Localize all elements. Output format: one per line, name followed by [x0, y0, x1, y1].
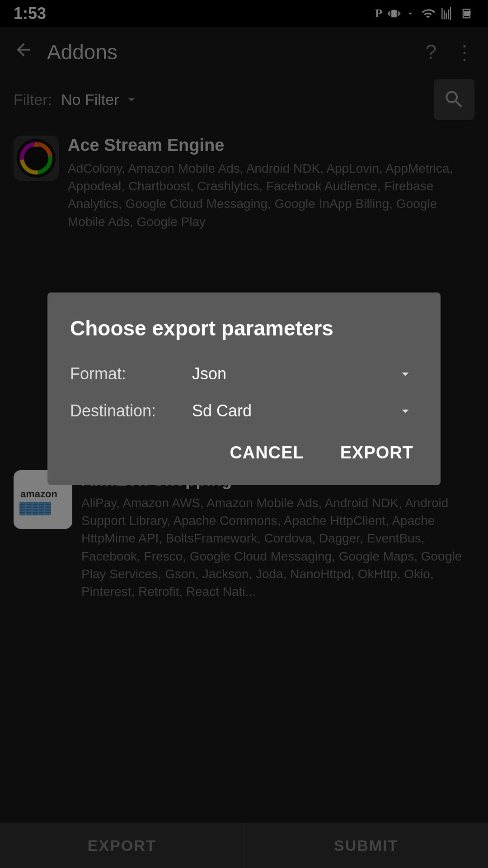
- format-value: Json: [192, 364, 226, 383]
- modal-overlay: Choose export parameters Format: Json De…: [0, 0, 488, 868]
- export-button[interactable]: EXPORT: [336, 439, 418, 467]
- modal-buttons: CANCEL EXPORT: [70, 439, 418, 467]
- cancel-button[interactable]: CANCEL: [225, 439, 308, 467]
- export-dialog: Choose export parameters Format: Json De…: [47, 292, 441, 486]
- destination-value: Sd Card: [192, 401, 252, 420]
- modal-title: Choose export parameters: [70, 315, 418, 342]
- format-dropdown[interactable]: Json: [188, 364, 418, 383]
- destination-row: Destination: Sd Card: [70, 401, 418, 420]
- format-dropdown-arrow-icon: [397, 366, 413, 382]
- destination-dropdown[interactable]: Sd Card: [188, 401, 418, 420]
- format-label: Format:: [70, 364, 188, 383]
- destination-dropdown-arrow-icon: [397, 403, 413, 419]
- format-row: Format: Json: [70, 364, 418, 383]
- destination-label: Destination:: [70, 401, 188, 420]
